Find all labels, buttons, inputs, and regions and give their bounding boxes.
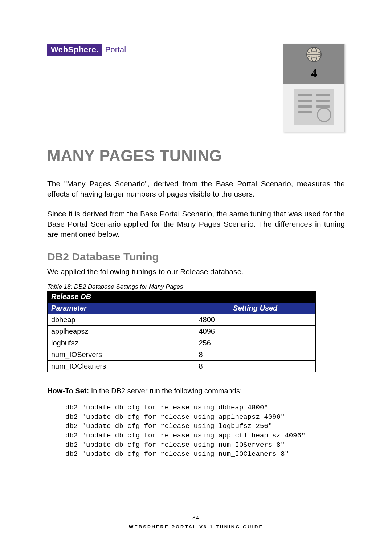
table-row: num_IOServers 8 <box>48 349 316 361</box>
intro-paragraph-2: Since it is derived from the Base Portal… <box>47 209 345 240</box>
brand-suffix: Portal <box>105 45 126 54</box>
table-row: num_IOCleaners 8 <box>48 361 316 372</box>
param-cell: logbufsz <box>48 337 195 349</box>
brand-box: WebSphere. <box>47 44 102 56</box>
param-cell: num_IOServers <box>48 349 195 361</box>
howto-line: How-To Set: In the DB2 server run the fo… <box>47 387 345 395</box>
chapter-number: 4 <box>283 64 344 84</box>
value-cell: 256 <box>195 337 316 349</box>
table-row: dbheap 4800 <box>48 314 316 326</box>
chapter-badge: 4 <box>283 44 345 132</box>
table-caption: Table 18: DB2 Database Settings for Many… <box>47 283 345 291</box>
value-cell: 8 <box>195 349 316 361</box>
param-cell: dbheap <box>48 314 195 326</box>
document-icon <box>283 84 344 132</box>
footer-title: WEBSPHERE PORTAL V6.1 TUNING GUIDE <box>0 524 392 530</box>
globe-icon <box>283 44 344 64</box>
table-row: logbufsz 256 <box>48 337 316 349</box>
howto-label: How-To Set: <box>47 387 89 395</box>
db2-settings-table: Release DB Parameter Setting Used dbheap… <box>47 291 316 372</box>
param-cell: applheapsz <box>48 326 195 337</box>
section-lead: We applied the following tunings to our … <box>47 267 345 277</box>
command-block: db2 "update db cfg for release using dbh… <box>65 403 345 459</box>
value-cell: 4800 <box>195 314 316 326</box>
col-parameter: Parameter <box>48 303 195 314</box>
value-cell: 8 <box>195 361 316 372</box>
value-cell: 4096 <box>195 326 316 337</box>
page-number: 34 <box>0 515 392 520</box>
brand-header: WebSphere. Portal <box>47 44 126 56</box>
param-cell: num_IOCleaners <box>48 361 195 372</box>
section-heading: DB2 Database Tuning <box>47 251 345 263</box>
page-footer: 34 WEBSPHERE PORTAL V6.1 TUNING GUIDE <box>0 515 392 530</box>
intro-paragraph-1: The "Many Pages Scenario", derived from … <box>47 179 345 199</box>
col-setting: Setting Used <box>195 303 316 314</box>
howto-text: In the DB2 server run the following comm… <box>89 387 242 395</box>
chapter-title: MANY PAGES TUNING <box>47 147 345 165</box>
table-title: Release DB <box>48 291 316 303</box>
table-row: applheapsz 4096 <box>48 326 316 337</box>
